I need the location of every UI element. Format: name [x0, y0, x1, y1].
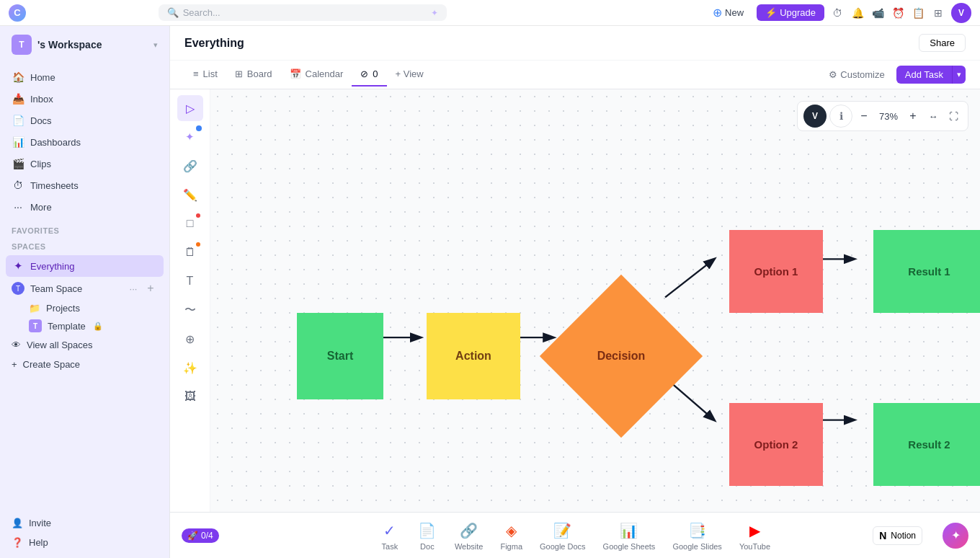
upgrade-icon: ⚡	[765, 7, 777, 18]
bottom-tool-task[interactable]: ✓ Task	[380, 521, 400, 551]
team-space-add-button[interactable]: +	[143, 281, 158, 296]
sidebar-item-projects[interactable]: 📁 Projects	[6, 300, 164, 316]
content-header: Everything Share	[170, 26, 980, 61]
everything-icon: ✦	[12, 260, 24, 273]
fit-view-button[interactable]: ↔	[925, 107, 942, 125]
sidebar-item-view-all-spaces[interactable]: 👁 View all Spaces	[6, 335, 164, 355]
image-tool[interactable]: 🖼	[177, 384, 203, 409]
avatar[interactable]: V	[951, 3, 971, 23]
pen-tool[interactable]: ✏️	[177, 182, 203, 208]
board-icon: ⊞	[235, 68, 243, 79]
sidebar-item-home[interactable]: 🏠 Home	[6, 66, 164, 88]
add-task-dropdown-button[interactable]: ▾	[952, 66, 966, 84]
ai-tool[interactable]: ✦	[177, 124, 203, 150]
search-icon: 🔍	[167, 7, 179, 18]
sidebar-item-dashboards[interactable]: 📊 Dashboards	[6, 131, 164, 153]
grid-icon[interactable]: ⊞	[931, 6, 945, 20]
sidebar-item-create-space[interactable]: + Create Space	[6, 355, 164, 374]
more-icon: ···	[12, 200, 24, 213]
tab-calendar[interactable]: 📅 Calendar	[281, 63, 352, 87]
fullscreen-button[interactable]: ⛶	[945, 107, 962, 125]
help-button[interactable]: ❓ Help	[6, 533, 164, 552]
bottom-tool-figma[interactable]: ◈ Figma	[500, 521, 522, 551]
clips-icon: 🎬	[12, 157, 24, 170]
template-icon: T	[29, 319, 42, 332]
sidebar-item-more[interactable]: ··· More	[6, 196, 164, 218]
select-tool[interactable]: ▷	[177, 95, 203, 121]
sidebar: T 's Workspace ▾ 🏠 Home 📥 Inbox 📄 Docs 📊…	[0, 26, 170, 558]
help-icon: ❓	[12, 537, 23, 548]
add-task-button[interactable]: Add Task	[896, 66, 952, 84]
node-action[interactable]: Action	[427, 313, 520, 399]
sidebar-item-label: Home	[30, 72, 55, 83]
magic-tool[interactable]: ✨	[177, 355, 203, 381]
view-tabs: ≡ List ⊞ Board 📅 Calendar ⊘ 0 + View ⚙	[170, 61, 980, 89]
node-option2[interactable]: Option 2	[729, 403, 823, 486]
favorites-label: Favorites	[0, 221, 169, 236]
workspace-selector[interactable]: T 's Workspace ▾	[0, 26, 169, 63]
tab-add-view[interactable]: + View	[387, 63, 432, 87]
clipboard-icon[interactable]: 📋	[911, 6, 925, 20]
bottom-tool-website[interactable]: 🔗 Website	[455, 521, 484, 551]
chevron-down-icon: ▾	[153, 40, 158, 50]
whiteboard-canvas[interactable]: V ℹ − 73% + ↔ ⛶	[210, 89, 980, 512]
node-result1[interactable]: Result 1	[873, 230, 980, 313]
node-option1[interactable]: Option 1	[729, 230, 823, 313]
zoom-in-button[interactable]: +	[904, 107, 922, 125]
bottom-tool-google-sheets[interactable]: 📊 Google Sheets	[603, 521, 656, 551]
bottom-tool-youtube[interactable]: ▶ YouTube	[739, 521, 770, 551]
sidebar-item-inbox[interactable]: 📥 Inbox	[6, 88, 164, 110]
node-result2[interactable]: Result 2	[873, 403, 980, 486]
sidebar-item-everything[interactable]: ✦ Everything	[6, 255, 164, 277]
info-button[interactable]: ℹ	[829, 105, 852, 128]
video-icon[interactable]: 📹	[870, 6, 885, 20]
customize-button[interactable]: ⚙ Customize	[823, 66, 890, 83]
sidebar-item-clips[interactable]: 🎬 Clips	[6, 153, 164, 174]
sidebar-item-docs[interactable]: 📄 Docs	[6, 110, 164, 131]
bottom-tool-doc[interactable]: 📄 Doc	[417, 521, 437, 551]
share-button[interactable]: Share	[919, 34, 966, 52]
note-tool[interactable]: 🗒	[177, 239, 203, 265]
inbox-icon: 📥	[12, 92, 24, 105]
workspace-name: 's Workspace	[37, 39, 148, 50]
ai-icon[interactable]: ✦	[431, 8, 438, 18]
tab-list[interactable]: ≡ List	[184, 63, 226, 87]
team-space-more-button[interactable]: ···	[126, 281, 141, 296]
node-start[interactable]: Start	[297, 313, 383, 399]
bottom-tool-google-docs[interactable]: 📝 Google Docs	[540, 521, 586, 551]
sparkle-button[interactable]: ✦	[943, 523, 968, 549]
rocket-badge[interactable]: 🚀 0/4	[182, 528, 219, 543]
new-button[interactable]: ⊕ New	[705, 3, 751, 22]
main-layout: T 's Workspace ▾ 🏠 Home 📥 Inbox 📄 Docs 📊…	[0, 26, 980, 558]
draw-tool[interactable]: 〜	[177, 297, 203, 323]
timer-icon[interactable]: ⏱	[830, 6, 845, 20]
invite-button[interactable]: 👤 Invite	[6, 513, 164, 533]
zoom-out-button[interactable]: −	[855, 107, 873, 125]
notifications-icon[interactable]: 🔔	[850, 6, 865, 20]
notion-badge[interactable]: N Notion	[873, 526, 922, 545]
zoom-level: 73%	[876, 111, 901, 122]
sidebar-item-timesheets[interactable]: ⏱ Timesheets	[6, 174, 164, 196]
connect-tool[interactable]: ⊕	[177, 326, 203, 352]
team-space-icon: T	[12, 282, 24, 295]
spaces-list: ✦ Everything T Team Space ··· + 📁 Projec…	[0, 252, 169, 377]
lock-icon: 🔒	[93, 322, 103, 331]
bottom-tool-google-slides[interactable]: 📑 Google Slides	[672, 521, 722, 551]
whiteboard-icon: ⊘	[360, 68, 368, 79]
tab-board[interactable]: ⊞ Board	[226, 63, 281, 87]
view-all-icon: 👁	[12, 340, 21, 350]
alarm-icon[interactable]: ⏰	[891, 6, 905, 20]
upgrade-button[interactable]: ⚡ Upgrade	[757, 4, 824, 21]
text-tool[interactable]: T	[177, 268, 203, 294]
sidebar-item-team-space[interactable]: T Team Space ··· +	[6, 277, 164, 300]
node-decision-label[interactable]: Decision	[564, 298, 679, 414]
link-tool[interactable]: 🔗	[177, 153, 203, 179]
sidebar-item-template[interactable]: T Template 🔒	[6, 316, 164, 335]
create-space-icon: +	[12, 359, 17, 370]
dashboards-icon: 📊	[12, 136, 24, 149]
tab-whiteboard[interactable]: ⊘ 0	[352, 63, 386, 87]
template-label: Template	[48, 321, 86, 332]
rectangle-tool[interactable]: □	[177, 211, 203, 236]
app-logo[interactable]: C	[9, 4, 26, 22]
search-bar[interactable]: 🔍 Search... ✦	[159, 4, 447, 21]
